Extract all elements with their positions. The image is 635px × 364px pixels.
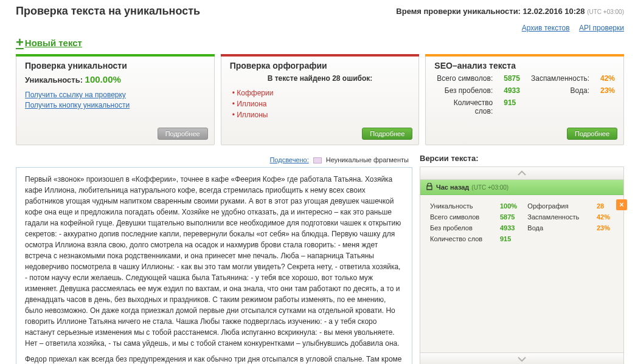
text-paragraph: Федор приехал как всегда без предупрежде…: [25, 354, 403, 364]
text-paragraph: Первый «звонок» произошел в «Кофферии», …: [25, 174, 403, 349]
ver-uniqueness: 100%: [498, 201, 524, 211]
spelling-error: Иллионы: [232, 109, 411, 120]
uniqueness-title: Проверка уникальности: [25, 61, 206, 70]
versions-down-arrow[interactable]: [420, 352, 623, 364]
ver-water: 23%: [594, 223, 616, 233]
spelling-more-button[interactable]: Подробнее: [362, 128, 412, 140]
seo-more-button[interactable]: Подробнее: [567, 128, 617, 140]
uniqueness-value: 100.00%: [85, 74, 121, 84]
spelling-title: Проверка орфографии: [230, 61, 411, 70]
ver-total: 5875: [498, 212, 524, 222]
chevron-down-icon: [517, 356, 527, 362]
water-value: 23%: [600, 86, 615, 95]
uniqueness-more-button[interactable]: Подробнее: [158, 128, 208, 140]
versions-box: Час назад (UTC +03:00) × Уникальность 10…: [420, 167, 624, 364]
uniqueness-card: Проверка уникальности Уникальность: 100.…: [16, 54, 215, 145]
version-close-button[interactable]: ×: [616, 199, 627, 210]
spelling-error: Иллиона: [232, 98, 411, 109]
seo-title: SEO–анализ текста: [434, 61, 615, 70]
spam-value: 42%: [600, 74, 615, 83]
archive-link[interactable]: Архив текстов: [522, 24, 570, 32]
chevron-up-icon: [517, 170, 527, 176]
spelling-card: Проверка орфографии В тексте найдено 28 …: [221, 54, 420, 145]
ver-spam: 42%: [594, 212, 616, 222]
highlight-label[interactable]: Подсвечено:: [269, 156, 308, 163]
check-time: Время проверки уникальности: 12.02.2016 …: [396, 7, 624, 16]
spelling-error: Кофферии: [232, 88, 411, 98]
versions-title: Версии текста:: [420, 154, 624, 163]
highlight-swatch: [313, 157, 322, 163]
text-pane[interactable]: Первый «звонок» произошел в «Кофферии», …: [16, 167, 412, 364]
page-title: Проверка текста на уникальность: [16, 5, 200, 18]
highlight-frag: Неуникальные фрагменты: [326, 156, 409, 163]
version-header[interactable]: Час назад (UTC +03:00): [420, 180, 623, 195]
spelling-subtitle: В тексте найдено 28 ошибок:: [230, 74, 411, 83]
plus-icon: +: [16, 35, 24, 50]
seo-card: SEO–анализ текста Всего символов: 5875 З…: [425, 54, 624, 145]
api-link[interactable]: API проверки: [579, 24, 624, 32]
ver-words: 915: [498, 234, 524, 244]
versions-up-arrow[interactable]: [420, 167, 623, 180]
get-uniqueness-button[interactable]: Получить кнопку уникальности: [25, 101, 206, 109]
ver-orf: 28: [594, 201, 616, 211]
total-chars: 5875: [504, 74, 520, 83]
ver-nospace: 4933: [498, 223, 524, 233]
word-count: 915: [504, 98, 520, 115]
get-check-link[interactable]: Получить ссылку на проверку: [25, 91, 206, 99]
new-text-link[interactable]: + Новый текст: [16, 35, 82, 50]
lock-icon: [426, 183, 432, 191]
no-spaces: 4933: [504, 86, 520, 95]
